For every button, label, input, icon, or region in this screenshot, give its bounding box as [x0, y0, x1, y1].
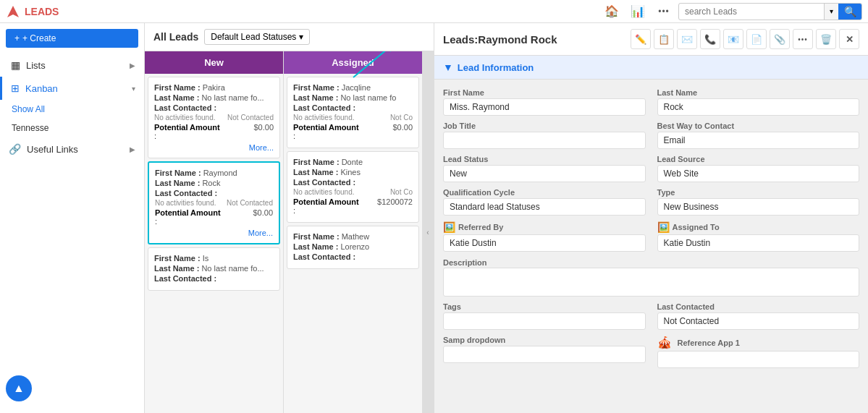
- card-ln-label: Last Name :: [154, 93, 201, 102]
- first-name-value: Miss. Raymond: [443, 98, 646, 116]
- reference-app-value: [657, 351, 860, 368]
- kanban-arrow-icon: ▾: [132, 85, 135, 93]
- sidebar-tennesse[interactable]: Tennesse: [0, 119, 144, 137]
- card-fn-label-mathew: First Name :: [293, 232, 342, 241]
- card-amount-raymond: Potential Amount $0.00: [155, 208, 273, 217]
- card-ln-value-raymond: Rock: [202, 179, 220, 187]
- referred-by-icon: 🖼️: [443, 221, 455, 233]
- card-lc-detail-jacqline: No activities found. Not Co: [293, 114, 413, 122]
- card-more-link[interactable]: More...: [154, 143, 274, 152]
- column-new-label: New: [204, 57, 224, 68]
- last-name-field-group: Last Name Rock: [657, 88, 860, 116]
- more-actions-button[interactable]: •••: [793, 29, 813, 49]
- kanban-card-pakira[interactable]: First Name : Pakira Last Name : No last …: [148, 77, 280, 158]
- create-button[interactable]: + + Create: [6, 29, 138, 48]
- card-lc-status-raymond: Not Contacted: [227, 199, 273, 207]
- card-ln-label-jacqline: Last Name :: [293, 93, 340, 102]
- lead-status-dropdown[interactable]: Default Lead Statuses ▾: [204, 29, 309, 45]
- kanban-card-mathew[interactable]: First Name : Mathew Last Name : Lorenzo …: [287, 226, 419, 269]
- assigned-to-header: 🖼️ Assigned To: [657, 221, 860, 233]
- reference-app-label: Reference App 1: [678, 339, 740, 347]
- card-fn-value: Pakira: [203, 83, 225, 92]
- chart-button[interactable]: 📊: [626, 0, 649, 23]
- lead-info-section-header[interactable]: ▼ Lead Information: [434, 56, 868, 80]
- card-ln-row: Last Name : No last name fo...: [154, 93, 274, 102]
- kanban-column-new: New First Name : Pakira Last Name : No l…: [145, 51, 283, 413]
- type-field-group: Type New Business: [657, 188, 860, 216]
- scroll-up-button[interactable]: ▲: [6, 375, 32, 401]
- job-title-label: Job Title: [443, 122, 646, 130]
- kanban-card-jacqline[interactable]: First Name : Jacqline Last Name : No las…: [287, 77, 419, 148]
- card-ln-value-donte: Kines: [340, 168, 361, 176]
- card-ln-row-donte: Last Name : Kines: [293, 168, 413, 176]
- samp-dropdown-label: Samp dropdown: [443, 336, 646, 344]
- card-lc-note-raymond: No activities found.: [155, 199, 216, 207]
- phone-button[interactable]: 📞: [700, 29, 720, 49]
- edit-button[interactable]: ✏️: [631, 29, 651, 49]
- card-lc-label-mathew: Last Contacted :: [293, 252, 355, 261]
- card-amount-label-donte: Potential Amount: [293, 197, 359, 206]
- card-more-link-raymond[interactable]: More...: [155, 229, 273, 237]
- card-fn-value-is: Is: [203, 254, 209, 263]
- search-submit-button[interactable]: 🔍: [838, 3, 861, 20]
- kanban-board: New First Name : Pakira Last Name : No l…: [145, 51, 422, 413]
- card-lc-row-jacqline: Last Contacted :: [293, 103, 413, 112]
- sidebar-useful-links[interactable]: 🔗 Useful Links ▶: [0, 137, 144, 161]
- samp-dropdown-value: [443, 346, 646, 363]
- card-colon-donte: :: [293, 206, 295, 215]
- kanban-card-is[interactable]: First Name : Is Last Name : No last name…: [148, 247, 280, 291]
- type-value: New Business: [657, 198, 860, 216]
- last-name-value: Rock: [657, 98, 860, 116]
- panel-collapse-handle[interactable]: ‹: [422, 51, 434, 413]
- description-section: Description: [443, 257, 859, 297]
- more-nav-button[interactable]: •••: [652, 0, 675, 23]
- search-input[interactable]: [679, 7, 824, 17]
- card-lc-row-mathew: Last Contacted :: [293, 252, 413, 261]
- main-layout: + + Create ▦ Lists ▶ ⊞ Kanban ▾ Show All…: [0, 23, 868, 413]
- card-colon-row-donte: :: [293, 206, 413, 215]
- kanban-card-raymond[interactable]: First Name : Raymond Last Name : Rock La…: [148, 161, 280, 244]
- kanban-icon: ⊞: [11, 82, 20, 94]
- app-title: LEADS: [25, 6, 59, 17]
- home-button[interactable]: 🏠: [600, 0, 623, 23]
- copy-button[interactable]: 📋: [654, 29, 674, 49]
- sidebar: + + Create ▦ Lists ▶ ⊞ Kanban ▾ Show All…: [0, 23, 145, 413]
- sidebar-show-all[interactable]: Show All: [0, 100, 144, 119]
- last-contacted-detail-value: Not Contacted: [657, 312, 860, 330]
- all-leads-title: All Leads: [153, 31, 198, 43]
- card-colon-row: :: [154, 132, 274, 140]
- job-title-field-group: Job Title: [443, 122, 646, 149]
- best-way-label: Best Way to Contact: [657, 122, 860, 130]
- doc-button[interactable]: 📄: [746, 29, 767, 49]
- middle-panel: All Leads Default Lead Statuses ▾ New Fi…: [145, 23, 434, 413]
- fields-grid: First Name Miss. Raymond Last Name Rock …: [443, 88, 859, 252]
- card-fn-value-mathew: Mathew: [342, 232, 370, 241]
- attach-button[interactable]: 📎: [770, 29, 790, 49]
- sidebar-item-kanban[interactable]: ⊞ Kanban ▾: [0, 77, 144, 100]
- referred-by-field-group: 🖼️ Referred By Katie Dustin: [443, 221, 646, 252]
- email-button[interactable]: ✉️: [677, 29, 697, 49]
- card-lc-label-jacqline: Last Contacted :: [293, 103, 355, 112]
- card-ln-row-jacqline: Last Name : No last name fo: [293, 93, 413, 102]
- svg-marker-0: [7, 6, 19, 17]
- section-title: Lead Information: [458, 62, 534, 73]
- tennesse-label: Tennesse: [12, 123, 49, 133]
- close-button[interactable]: ✕: [839, 29, 859, 49]
- mail-button[interactable]: 📧: [723, 29, 743, 49]
- card-fn-row: First Name : Pakira: [154, 83, 274, 92]
- delete-button[interactable]: 🗑️: [816, 29, 836, 49]
- kanban-column-assigned: Assigned First Name : Jacqline Last Name…: [284, 51, 422, 413]
- lists-icon: ▦: [11, 59, 20, 71]
- kanban-card-donte[interactable]: First Name : Donte Last Name : Kines Las…: [287, 151, 419, 223]
- best-way-field-group: Best Way to Contact Email: [657, 122, 860, 149]
- sidebar-item-lists[interactable]: ▦ Lists ▶: [0, 54, 144, 77]
- lead-status-label: Lead Status: [443, 155, 646, 163]
- new-cards-container: First Name : Pakira Last Name : No last …: [145, 74, 283, 294]
- lead-status-label: Default Lead Statuses ▾: [211, 32, 303, 42]
- referred-by-value: Katie Dustin: [443, 234, 646, 252]
- card-colon-row-raymond: :: [155, 217, 273, 226]
- create-label: + Create: [22, 33, 56, 43]
- qualification-label: Qualification Cycle: [443, 188, 646, 197]
- search-dropdown-button[interactable]: ▾: [824, 3, 838, 20]
- detail-actions: ✏️ 📋 ✉️ 📞 📧 📄 📎 ••• 🗑️ ✕: [631, 29, 859, 49]
